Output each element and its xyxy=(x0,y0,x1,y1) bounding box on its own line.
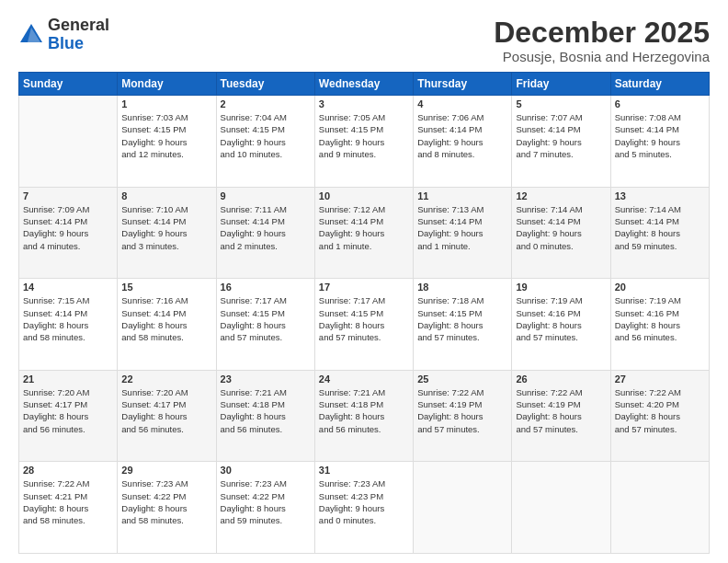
day-number: 7 xyxy=(23,190,113,201)
day-info: Sunrise: 7:13 AM Sunset: 4:14 PM Dayligh… xyxy=(417,203,507,252)
day-number: 1 xyxy=(121,98,211,109)
day-info: Sunrise: 7:17 AM Sunset: 4:15 PM Dayligh… xyxy=(319,294,409,343)
calendar-cell: 25Sunrise: 7:22 AM Sunset: 4:19 PM Dayli… xyxy=(414,370,512,462)
day-number: 3 xyxy=(319,98,409,109)
calendar-cell: 3Sunrise: 7:05 AM Sunset: 4:15 PM Daylig… xyxy=(314,96,413,188)
day-info: Sunrise: 7:23 AM Sunset: 4:22 PM Dayligh… xyxy=(121,477,211,526)
calendar-cell: 28Sunrise: 7:22 AM Sunset: 4:21 PM Dayli… xyxy=(19,462,118,554)
day-info: Sunrise: 7:21 AM Sunset: 4:18 PM Dayligh… xyxy=(319,386,409,435)
calendar-cell xyxy=(610,462,709,554)
weekday-header-saturday: Saturday xyxy=(610,73,709,96)
day-number: 12 xyxy=(516,190,606,201)
day-info: Sunrise: 7:19 AM Sunset: 4:16 PM Dayligh… xyxy=(516,294,606,343)
day-info: Sunrise: 7:22 AM Sunset: 4:20 PM Dayligh… xyxy=(615,386,705,435)
day-info: Sunrise: 7:12 AM Sunset: 4:14 PM Dayligh… xyxy=(319,203,409,252)
calendar-cell: 13Sunrise: 7:14 AM Sunset: 4:14 PM Dayli… xyxy=(610,187,709,279)
calendar-cell xyxy=(512,462,610,554)
day-number: 10 xyxy=(319,190,409,201)
day-number: 14 xyxy=(23,282,113,293)
day-number: 28 xyxy=(23,465,113,476)
calendar-cell: 15Sunrise: 7:16 AM Sunset: 4:14 PM Dayli… xyxy=(118,279,216,371)
title-block: December 2025 Posusje, Bosnia and Herzeg… xyxy=(494,17,710,64)
logo: General Blue xyxy=(18,17,109,53)
calendar-week-row: 14Sunrise: 7:15 AM Sunset: 4:14 PM Dayli… xyxy=(19,279,710,371)
day-info: Sunrise: 7:10 AM Sunset: 4:14 PM Dayligh… xyxy=(121,203,211,252)
day-info: Sunrise: 7:15 AM Sunset: 4:14 PM Dayligh… xyxy=(23,294,113,343)
calendar-cell: 12Sunrise: 7:14 AM Sunset: 4:14 PM Dayli… xyxy=(512,187,610,279)
weekday-header-wednesday: Wednesday xyxy=(314,73,413,96)
day-number: 22 xyxy=(121,373,211,385)
day-number: 8 xyxy=(121,190,211,201)
location: Posusje, Bosnia and Herzegovina xyxy=(494,49,710,64)
day-number: 11 xyxy=(417,190,507,201)
calendar-cell: 27Sunrise: 7:22 AM Sunset: 4:20 PM Dayli… xyxy=(610,370,709,462)
day-number: 9 xyxy=(221,190,311,201)
day-info: Sunrise: 7:14 AM Sunset: 4:14 PM Dayligh… xyxy=(615,203,705,252)
calendar-cell: 4Sunrise: 7:06 AM Sunset: 4:14 PM Daylig… xyxy=(414,96,512,188)
day-info: Sunrise: 7:08 AM Sunset: 4:14 PM Dayligh… xyxy=(615,111,705,160)
calendar-cell: 1Sunrise: 7:03 AM Sunset: 4:15 PM Daylig… xyxy=(118,96,216,188)
weekday-header-thursday: Thursday xyxy=(414,73,512,96)
calendar-cell: 22Sunrise: 7:20 AM Sunset: 4:17 PM Dayli… xyxy=(118,370,216,462)
day-number: 31 xyxy=(319,465,409,476)
calendar-cell: 19Sunrise: 7:19 AM Sunset: 4:16 PM Dayli… xyxy=(512,279,610,371)
day-number: 27 xyxy=(615,373,705,385)
day-number: 19 xyxy=(516,282,606,293)
logo-blue: Blue xyxy=(48,34,84,52)
weekday-header-monday: Monday xyxy=(118,73,216,96)
day-number: 17 xyxy=(319,282,409,293)
day-number: 6 xyxy=(615,98,705,109)
calendar-cell: 23Sunrise: 7:21 AM Sunset: 4:18 PM Dayli… xyxy=(216,370,314,462)
calendar-week-row: 21Sunrise: 7:20 AM Sunset: 4:17 PM Dayli… xyxy=(19,370,710,462)
calendar-cell: 21Sunrise: 7:20 AM Sunset: 4:17 PM Dayli… xyxy=(19,370,118,462)
day-info: Sunrise: 7:14 AM Sunset: 4:14 PM Dayligh… xyxy=(516,203,606,252)
calendar-cell: 2Sunrise: 7:04 AM Sunset: 4:15 PM Daylig… xyxy=(216,96,314,188)
calendar-week-row: 28Sunrise: 7:22 AM Sunset: 4:21 PM Dayli… xyxy=(19,462,710,554)
header: General Blue December 2025 Posusje, Bosn… xyxy=(18,17,710,64)
calendar-cell: 26Sunrise: 7:22 AM Sunset: 4:19 PM Dayli… xyxy=(512,370,610,462)
calendar-cell: 29Sunrise: 7:23 AM Sunset: 4:22 PM Dayli… xyxy=(118,462,216,554)
day-number: 18 xyxy=(417,282,507,293)
day-number: 20 xyxy=(615,282,705,293)
calendar-cell: 20Sunrise: 7:19 AM Sunset: 4:16 PM Dayli… xyxy=(610,279,709,371)
calendar-cell xyxy=(19,96,118,188)
day-info: Sunrise: 7:23 AM Sunset: 4:22 PM Dayligh… xyxy=(221,477,311,526)
day-number: 30 xyxy=(221,465,311,476)
calendar-cell: 9Sunrise: 7:11 AM Sunset: 4:14 PM Daylig… xyxy=(216,187,314,279)
logo-general: General xyxy=(48,16,109,34)
day-number: 29 xyxy=(121,465,211,476)
calendar-cell: 10Sunrise: 7:12 AM Sunset: 4:14 PM Dayli… xyxy=(314,187,413,279)
month-year: December 2025 xyxy=(494,17,710,49)
day-info: Sunrise: 7:22 AM Sunset: 4:21 PM Dayligh… xyxy=(23,477,113,526)
calendar-week-row: 1Sunrise: 7:03 AM Sunset: 4:15 PM Daylig… xyxy=(19,96,710,188)
calendar-table: SundayMondayTuesdayWednesdayThursdayFrid… xyxy=(18,72,710,554)
day-number: 13 xyxy=(615,190,705,201)
day-info: Sunrise: 7:20 AM Sunset: 4:17 PM Dayligh… xyxy=(121,386,211,435)
calendar-cell: 24Sunrise: 7:21 AM Sunset: 4:18 PM Dayli… xyxy=(314,370,413,462)
day-info: Sunrise: 7:22 AM Sunset: 4:19 PM Dayligh… xyxy=(516,386,606,435)
day-info: Sunrise: 7:23 AM Sunset: 4:23 PM Dayligh… xyxy=(319,477,409,526)
day-number: 16 xyxy=(221,282,311,293)
day-number: 5 xyxy=(516,98,606,109)
calendar-header-row: SundayMondayTuesdayWednesdayThursdayFrid… xyxy=(19,73,710,96)
weekday-header-tuesday: Tuesday xyxy=(216,73,314,96)
calendar-cell: 8Sunrise: 7:10 AM Sunset: 4:14 PM Daylig… xyxy=(118,187,216,279)
calendar-cell: 16Sunrise: 7:17 AM Sunset: 4:15 PM Dayli… xyxy=(216,279,314,371)
calendar-cell: 18Sunrise: 7:18 AM Sunset: 4:15 PM Dayli… xyxy=(414,279,512,371)
day-info: Sunrise: 7:09 AM Sunset: 4:14 PM Dayligh… xyxy=(23,203,113,252)
day-info: Sunrise: 7:05 AM Sunset: 4:15 PM Dayligh… xyxy=(319,111,409,160)
day-info: Sunrise: 7:16 AM Sunset: 4:14 PM Dayligh… xyxy=(121,294,211,343)
calendar-cell: 31Sunrise: 7:23 AM Sunset: 4:23 PM Dayli… xyxy=(314,462,413,554)
logo-text: General Blue xyxy=(48,17,109,53)
calendar-cell: 14Sunrise: 7:15 AM Sunset: 4:14 PM Dayli… xyxy=(19,279,118,371)
calendar-cell: 7Sunrise: 7:09 AM Sunset: 4:14 PM Daylig… xyxy=(19,187,118,279)
day-number: 24 xyxy=(319,373,409,385)
weekday-header-friday: Friday xyxy=(512,73,610,96)
day-info: Sunrise: 7:18 AM Sunset: 4:15 PM Dayligh… xyxy=(417,294,507,343)
calendar-cell xyxy=(414,462,512,554)
day-info: Sunrise: 7:04 AM Sunset: 4:15 PM Dayligh… xyxy=(221,111,311,160)
calendar-cell: 17Sunrise: 7:17 AM Sunset: 4:15 PM Dayli… xyxy=(314,279,413,371)
day-info: Sunrise: 7:03 AM Sunset: 4:15 PM Dayligh… xyxy=(121,111,211,160)
day-info: Sunrise: 7:17 AM Sunset: 4:15 PM Dayligh… xyxy=(221,294,311,343)
calendar-week-row: 7Sunrise: 7:09 AM Sunset: 4:14 PM Daylig… xyxy=(19,187,710,279)
